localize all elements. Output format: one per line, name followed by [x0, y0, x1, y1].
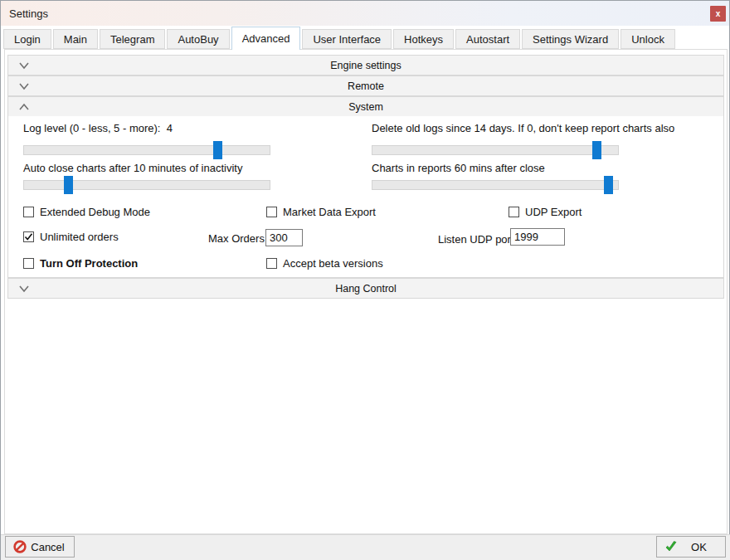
cancel-no-entry-icon: [13, 540, 27, 553]
slider-thumb[interactable]: [604, 176, 613, 194]
listen-udp-port-input[interactable]: [510, 228, 565, 246]
tab-user-interface[interactable]: User Interface: [302, 29, 392, 49]
settings-window: Settings x Login Main Telegram AutoBuy A…: [0, 0, 730, 560]
chevron-up-icon: [18, 102, 30, 112]
charts-in-reports-slider[interactable]: [372, 180, 619, 190]
max-orders-input[interactable]: [265, 229, 303, 246]
cancel-label: Cancel: [27, 541, 69, 553]
auto-close-charts-slider[interactable]: [23, 180, 270, 190]
tab-unlock[interactable]: Unlock: [620, 29, 675, 49]
market-data-export-checkbox[interactable]: Market Data Export: [266, 206, 376, 218]
tab-main[interactable]: Main: [53, 29, 98, 49]
section-header-engine-settings[interactable]: Engine settings: [7, 55, 724, 75]
slider-thumb[interactable]: [64, 176, 73, 194]
system-section-panel: [7, 116, 724, 278]
ok-label: OK: [678, 541, 720, 553]
slider-thumb[interactable]: [592, 141, 601, 159]
checkbox-icon[interactable]: [23, 207, 34, 217]
tab-bar: Login Main Telegram AutoBuy Advanced Use…: [3, 27, 677, 49]
tab-telegram[interactable]: Telegram: [100, 29, 165, 49]
ok-check-icon: [664, 540, 678, 553]
section-title: System: [8, 101, 723, 113]
chevron-down-icon: [18, 61, 30, 71]
delete-old-logs-slider[interactable]: [372, 145, 619, 155]
ok-button[interactable]: OK: [656, 536, 726, 558]
checkbox-icon[interactable]: [509, 207, 519, 217]
titlebar: Settings x: [1, 1, 729, 26]
max-orders-label: Max Orders: [208, 232, 265, 245]
section-header-remote[interactable]: Remote: [7, 75, 724, 96]
tab-login[interactable]: Login: [3, 29, 51, 49]
checkbox-icon[interactable]: [266, 207, 277, 217]
unlimited-orders-checkbox[interactable]: Unlimited orders: [23, 231, 119, 243]
log-level-slider[interactable]: [23, 145, 270, 155]
charts-in-reports-label: Charts in reports 60 mins after close: [372, 162, 545, 174]
window-title: Settings: [9, 7, 48, 20]
udp-export-checkbox[interactable]: UDP Export: [509, 206, 582, 218]
tab-hotkeys[interactable]: Hotkeys: [393, 29, 454, 49]
listen-udp-port-label: Listen UDP port: [438, 233, 514, 246]
turn-off-protection-checkbox[interactable]: Turn Off Protection: [23, 257, 138, 270]
chevron-down-icon: [18, 81, 30, 91]
section-header-system[interactable]: System: [7, 96, 724, 117]
checkbox-icon[interactable]: [266, 258, 277, 269]
tab-advanced[interactable]: Advanced: [231, 27, 301, 50]
checkbox-checked-icon[interactable]: [23, 231, 34, 242]
tab-settings-wizard[interactable]: Settings Wizard: [522, 29, 619, 49]
section-title: Engine settings: [8, 60, 723, 71]
extended-debug-mode-checkbox[interactable]: Extended Debug Mode: [23, 206, 150, 218]
delete-old-logs-label: Delete old logs since 14 days. If 0, don…: [372, 122, 674, 134]
section-header-hang-control[interactable]: Hang Control: [7, 278, 724, 299]
auto-close-charts-label: Auto close charts after 10 minutes of in…: [23, 162, 242, 174]
chevron-down-icon: [18, 284, 30, 294]
section-title: Hang Control: [8, 283, 723, 295]
close-icon[interactable]: x: [710, 6, 726, 22]
log-level-label: Log level (0 - less, 5 - more): 4: [23, 122, 173, 134]
footer-bar: [1, 534, 730, 560]
tab-autobuy[interactable]: AutoBuy: [167, 29, 229, 49]
cancel-button[interactable]: Cancel: [5, 536, 75, 558]
slider-thumb[interactable]: [213, 141, 222, 159]
section-title: Remote: [8, 80, 723, 92]
tab-autostart[interactable]: Autostart: [455, 29, 520, 49]
accept-beta-versions-checkbox[interactable]: Accept beta versions: [266, 257, 383, 270]
checkbox-icon[interactable]: [23, 258, 34, 269]
